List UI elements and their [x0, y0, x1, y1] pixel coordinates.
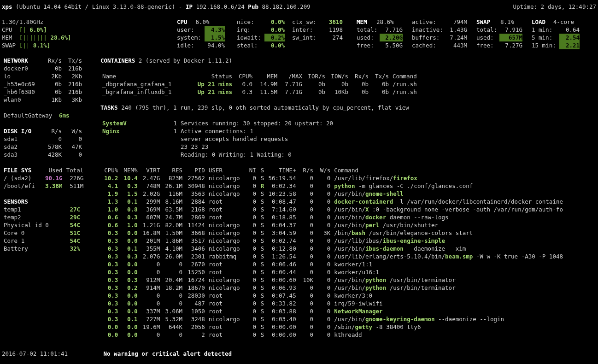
amps-table: SystemV1Services running: 30 stopped: 20… [100, 119, 335, 159]
top-stats: 1.30/1.80GHz CPU [| 6.0%] MEM [||||||| 2… [2, 18, 596, 49]
network-table: NETWORKRx/sTx/s docker00b216blo2Kb2Kb_h5… [2, 57, 84, 104]
header-bar: xps (Ubuntu 14.04 64bit / Linux 3.13.0-8… [2, 3, 596, 11]
quicklook-panel: 1.30/1.80GHz CPU [| 6.0%] MEM [||||||| 2… [2, 18, 177, 49]
hostname: xps [2, 3, 12, 10]
containers-table: NameStatusCPU%MEM/MAXIOR/sIOW/sRx/sTx/sC… [100, 72, 483, 96]
cpu-freq: 1.30/1.80GHz [2, 18, 177, 26]
sensors-table: SENSORS temp127Ctemp229CPhysical id 054C… [2, 198, 82, 252]
process-table: CPU%MEM%VIRTRESPIDUSERNISTIME+R/sW/sComm… [100, 166, 596, 339]
mem-panel: MEM28.6% total:7.71Gused:2.20Gfree:5.50G [357, 18, 412, 49]
pub-value: 88.182.160.209 [262, 3, 310, 10]
filesys-table: FILE SYSUsedTotal / (sda2)90.1G226G/boot… [2, 166, 85, 190]
alert-status: No warning or critical alert detected [104, 350, 232, 357]
tasks-header: TASKS 240 (795 thr), 1 run, 239 slp, 0 o… [100, 104, 596, 112]
load-panel: LOAD4-core 1 min:0.645 min:2.5415 min:2.… [532, 18, 596, 49]
default-gateway: DefaultGateway [2, 112, 57, 119]
uptime: Uptime: 2 days, 12:49:27 [513, 3, 596, 11]
timestamp: 2016-07-02 11:01:41 [2, 350, 68, 357]
cpu-panel: CPU6.0% user:4.3%system:1.5%idle:94.0% [177, 18, 237, 49]
footer-bar: 2016-07-02 11:01:41 No warning or critic… [2, 350, 596, 358]
left-sidebar: NETWORKRx/sTx/s docker00b216blo2Kb2Kb_h5… [2, 57, 89, 339]
ip-value: 192.168.0.6/24 [196, 3, 244, 10]
cpu-panel-2: nice:0.0%irq:0.0%iowait:0.2%steal:0.0% [237, 18, 292, 49]
diskio-table: DISK I/OR/sW/s sda100sda2578K47Ksda3428K… [2, 127, 84, 159]
mem-panel-2: active:794Minactive:1.43Gbuffers:7.24Mca… [412, 18, 476, 49]
swap-panel: SWAP8.1% total:7.91Gused:657Mfree:7.27G [476, 18, 532, 49]
main-panel: CONTAINERS 2 (served by Docker 1.11.2) N… [100, 57, 596, 339]
containers-header: CONTAINERS 2 (served by Docker 1.11.2) [100, 57, 596, 65]
pub-label: Pub [248, 3, 258, 10]
os-info: (Ubuntu 14.04 64bit / Linux 3.13.0-88-ge… [16, 3, 186, 10]
cpu-panel-3: ctx_sw:3610inter:1198sw_int:274 [292, 18, 357, 49]
ip-label: IP [186, 3, 193, 10]
